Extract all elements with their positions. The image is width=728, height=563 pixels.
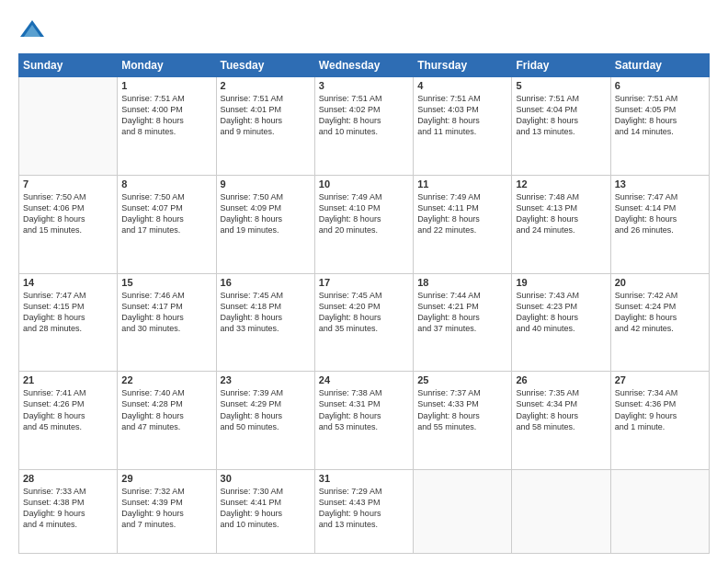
day-info: Sunrise: 7:39 AMSunset: 4:29 PMDaylight:… xyxy=(221,387,311,432)
logo xyxy=(18,17,50,44)
calendar-cell: 28Sunrise: 7:33 AMSunset: 4:38 PMDayligh… xyxy=(19,470,118,554)
day-number: 5 xyxy=(516,80,606,91)
calendar-cell: 27Sunrise: 7:34 AMSunset: 4:36 PMDayligh… xyxy=(610,372,709,470)
calendar-cell: 9Sunrise: 7:50 AMSunset: 4:09 PMDaylight… xyxy=(216,175,314,273)
day-number: 21 xyxy=(23,374,113,385)
day-info: Sunrise: 7:51 AMSunset: 4:01 PMDaylight:… xyxy=(221,93,311,138)
calendar-cell: 6Sunrise: 7:51 AMSunset: 4:05 PMDaylight… xyxy=(610,77,709,176)
day-number: 20 xyxy=(615,277,705,288)
weekday-header: Sunday xyxy=(19,54,118,77)
day-info: Sunrise: 7:47 AMSunset: 4:15 PMDaylight:… xyxy=(23,290,113,335)
header xyxy=(18,17,710,44)
weekday-header: Tuesday xyxy=(216,54,314,77)
day-number: 15 xyxy=(121,277,211,288)
day-info: Sunrise: 7:43 AMSunset: 4:23 PMDaylight:… xyxy=(516,290,606,335)
calendar-cell: 30Sunrise: 7:30 AMSunset: 4:41 PMDayligh… xyxy=(216,470,314,554)
day-info: Sunrise: 7:51 AMSunset: 4:04 PMDaylight:… xyxy=(516,93,606,138)
day-info: Sunrise: 7:51 AMSunset: 4:00 PMDaylight:… xyxy=(121,93,211,138)
day-number: 13 xyxy=(615,178,705,190)
day-number: 25 xyxy=(417,374,507,385)
calendar-cell: 7Sunrise: 7:50 AMSunset: 4:06 PMDaylight… xyxy=(19,175,118,273)
weekday-header: Wednesday xyxy=(314,54,413,77)
calendar-cell xyxy=(610,470,709,554)
day-number: 29 xyxy=(121,473,211,484)
calendar-cell: 20Sunrise: 7:42 AMSunset: 4:24 PMDayligh… xyxy=(610,273,709,372)
calendar-cell: 18Sunrise: 7:44 AMSunset: 4:21 PMDayligh… xyxy=(414,273,512,372)
calendar-cell: 1Sunrise: 7:51 AMSunset: 4:00 PMDaylight… xyxy=(118,77,216,176)
day-number: 12 xyxy=(516,178,606,190)
calendar: SundayMondayTuesdayWednesdayThursdayFrid… xyxy=(18,53,710,554)
day-info: Sunrise: 7:33 AMSunset: 4:38 PMDaylight:… xyxy=(23,486,113,531)
calendar-cell: 26Sunrise: 7:35 AMSunset: 4:34 PMDayligh… xyxy=(512,372,610,470)
calendar-cell: 21Sunrise: 7:41 AMSunset: 4:26 PMDayligh… xyxy=(19,372,118,470)
day-number: 17 xyxy=(319,277,409,288)
day-number: 6 xyxy=(615,80,705,91)
day-number: 1 xyxy=(121,80,211,91)
calendar-cell: 31Sunrise: 7:29 AMSunset: 4:43 PMDayligh… xyxy=(314,470,413,554)
calendar-cell: 15Sunrise: 7:46 AMSunset: 4:17 PMDayligh… xyxy=(118,273,216,372)
day-info: Sunrise: 7:50 AMSunset: 4:07 PMDaylight:… xyxy=(121,191,211,236)
day-info: Sunrise: 7:50 AMSunset: 4:09 PMDaylight:… xyxy=(221,191,311,236)
calendar-cell xyxy=(414,470,512,554)
calendar-cell: 24Sunrise: 7:38 AMSunset: 4:31 PMDayligh… xyxy=(314,372,413,470)
calendar-cell: 11Sunrise: 7:49 AMSunset: 4:11 PMDayligh… xyxy=(414,175,512,273)
day-info: Sunrise: 7:50 AMSunset: 4:06 PMDaylight:… xyxy=(23,191,113,236)
calendar-cell: 12Sunrise: 7:48 AMSunset: 4:13 PMDayligh… xyxy=(512,175,610,273)
day-info: Sunrise: 7:41 AMSunset: 4:26 PMDaylight:… xyxy=(23,387,113,432)
day-info: Sunrise: 7:49 AMSunset: 4:11 PMDaylight:… xyxy=(417,191,507,236)
day-info: Sunrise: 7:35 AMSunset: 4:34 PMDaylight:… xyxy=(516,387,606,432)
weekday-header: Thursday xyxy=(414,54,512,77)
calendar-cell xyxy=(512,470,610,554)
day-number: 9 xyxy=(221,178,311,190)
day-info: Sunrise: 7:49 AMSunset: 4:10 PMDaylight:… xyxy=(319,191,409,236)
day-info: Sunrise: 7:29 AMSunset: 4:43 PMDaylight:… xyxy=(319,486,409,531)
weekday-header: Friday xyxy=(512,54,610,77)
day-number: 2 xyxy=(221,80,311,91)
calendar-cell xyxy=(19,77,118,176)
day-number: 16 xyxy=(221,277,311,288)
calendar-cell: 4Sunrise: 7:51 AMSunset: 4:03 PMDaylight… xyxy=(414,77,512,176)
day-number: 8 xyxy=(121,178,211,190)
day-info: Sunrise: 7:32 AMSunset: 4:39 PMDaylight:… xyxy=(121,486,211,531)
logo-icon xyxy=(18,17,46,44)
day-info: Sunrise: 7:51 AMSunset: 4:05 PMDaylight:… xyxy=(615,93,705,138)
calendar-cell: 10Sunrise: 7:49 AMSunset: 4:10 PMDayligh… xyxy=(314,175,413,273)
day-number: 26 xyxy=(516,374,606,385)
day-info: Sunrise: 7:37 AMSunset: 4:33 PMDaylight:… xyxy=(417,387,507,432)
weekday-header: Monday xyxy=(118,54,216,77)
day-info: Sunrise: 7:38 AMSunset: 4:31 PMDaylight:… xyxy=(319,387,409,432)
calendar-header-row: SundayMondayTuesdayWednesdayThursdayFrid… xyxy=(19,54,710,77)
day-number: 11 xyxy=(417,178,507,190)
calendar-cell: 8Sunrise: 7:50 AMSunset: 4:07 PMDaylight… xyxy=(118,175,216,273)
day-info: Sunrise: 7:30 AMSunset: 4:41 PMDaylight:… xyxy=(221,486,311,531)
calendar-cell: 22Sunrise: 7:40 AMSunset: 4:28 PMDayligh… xyxy=(118,372,216,470)
calendar-week-row: 14Sunrise: 7:47 AMSunset: 4:15 PMDayligh… xyxy=(19,273,710,372)
calendar-cell: 5Sunrise: 7:51 AMSunset: 4:04 PMDaylight… xyxy=(512,77,610,176)
calendar-week-row: 21Sunrise: 7:41 AMSunset: 4:26 PMDayligh… xyxy=(19,372,710,470)
day-info: Sunrise: 7:51 AMSunset: 4:02 PMDaylight:… xyxy=(319,93,409,138)
day-number: 27 xyxy=(615,374,705,385)
calendar-week-row: 7Sunrise: 7:50 AMSunset: 4:06 PMDaylight… xyxy=(19,175,710,273)
day-number: 18 xyxy=(417,277,507,288)
calendar-cell: 16Sunrise: 7:45 AMSunset: 4:18 PMDayligh… xyxy=(216,273,314,372)
day-info: Sunrise: 7:47 AMSunset: 4:14 PMDaylight:… xyxy=(615,191,705,236)
day-info: Sunrise: 7:40 AMSunset: 4:28 PMDaylight:… xyxy=(121,387,211,432)
day-number: 22 xyxy=(121,374,211,385)
day-number: 7 xyxy=(23,178,113,190)
calendar-cell: 19Sunrise: 7:43 AMSunset: 4:23 PMDayligh… xyxy=(512,273,610,372)
calendar-cell: 3Sunrise: 7:51 AMSunset: 4:02 PMDaylight… xyxy=(314,77,413,176)
day-number: 14 xyxy=(23,277,113,288)
day-info: Sunrise: 7:45 AMSunset: 4:18 PMDaylight:… xyxy=(221,290,311,335)
day-info: Sunrise: 7:51 AMSunset: 4:03 PMDaylight:… xyxy=(417,93,507,138)
calendar-cell: 23Sunrise: 7:39 AMSunset: 4:29 PMDayligh… xyxy=(216,372,314,470)
calendar-week-row: 1Sunrise: 7:51 AMSunset: 4:00 PMDaylight… xyxy=(19,77,710,176)
day-info: Sunrise: 7:46 AMSunset: 4:17 PMDaylight:… xyxy=(121,290,211,335)
page: SundayMondayTuesdayWednesdayThursdayFrid… xyxy=(0,0,728,563)
day-number: 4 xyxy=(417,80,507,91)
day-number: 19 xyxy=(516,277,606,288)
day-info: Sunrise: 7:34 AMSunset: 4:36 PMDaylight:… xyxy=(615,387,705,432)
day-number: 3 xyxy=(319,80,409,91)
day-info: Sunrise: 7:44 AMSunset: 4:21 PMDaylight:… xyxy=(417,290,507,335)
day-info: Sunrise: 7:48 AMSunset: 4:13 PMDaylight:… xyxy=(516,191,606,236)
day-number: 28 xyxy=(23,473,113,484)
